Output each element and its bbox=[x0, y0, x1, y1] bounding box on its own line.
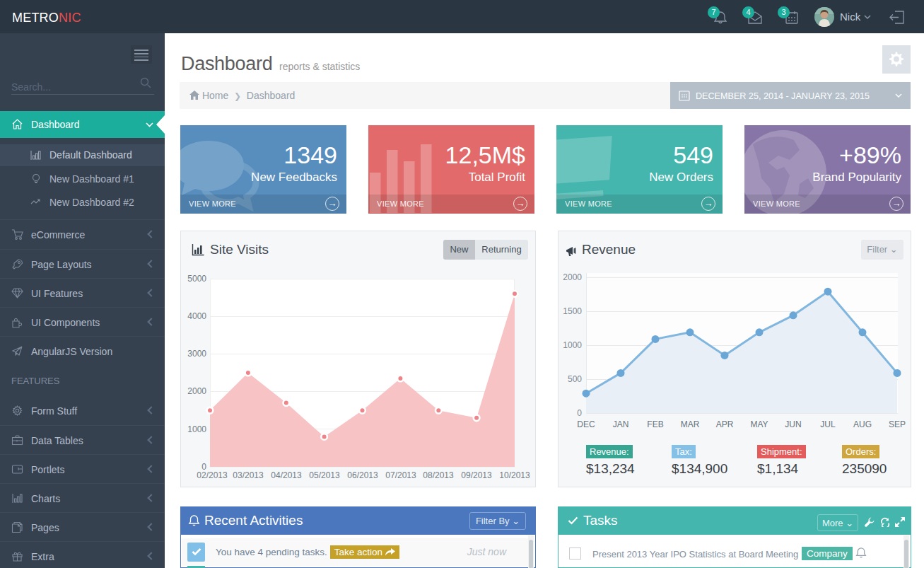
svg-text:10/2013: 10/2013 bbox=[499, 470, 530, 480]
svg-text:1000: 1000 bbox=[563, 340, 582, 350]
svg-text:SEP: SEP bbox=[889, 419, 906, 429]
svg-text:JUN: JUN bbox=[785, 419, 801, 429]
svg-text:03/2013: 03/2013 bbox=[233, 470, 264, 480]
svg-text:0: 0 bbox=[577, 408, 582, 418]
svg-text:2000: 2000 bbox=[187, 386, 206, 396]
svg-text:APR: APR bbox=[716, 419, 734, 429]
svg-text:500: 500 bbox=[568, 374, 582, 384]
svg-text:5000: 5000 bbox=[187, 274, 206, 284]
svg-text:MAR: MAR bbox=[681, 419, 700, 429]
svg-text:JAN: JAN bbox=[613, 419, 629, 429]
svg-text:06/2013: 06/2013 bbox=[347, 470, 378, 480]
svg-text:09/2013: 09/2013 bbox=[461, 470, 492, 480]
svg-text:02/2013: 02/2013 bbox=[197, 470, 228, 480]
svg-text:05/2013: 05/2013 bbox=[309, 470, 340, 480]
svg-text:4000: 4000 bbox=[187, 311, 206, 321]
svg-text:JUL: JUL bbox=[820, 419, 836, 429]
svg-text:MAY: MAY bbox=[750, 419, 768, 429]
svg-text:04/2013: 04/2013 bbox=[271, 470, 302, 480]
svg-text:07/2013: 07/2013 bbox=[385, 470, 416, 480]
svg-text:AUG: AUG bbox=[853, 419, 872, 429]
svg-text:1500: 1500 bbox=[563, 306, 582, 316]
svg-text:3000: 3000 bbox=[187, 349, 206, 359]
svg-text:08/2013: 08/2013 bbox=[423, 470, 454, 480]
svg-text:2000: 2000 bbox=[563, 272, 582, 282]
svg-text:1000: 1000 bbox=[187, 424, 206, 434]
svg-text:FEB: FEB bbox=[647, 419, 663, 429]
svg-text:DEC: DEC bbox=[577, 419, 595, 429]
